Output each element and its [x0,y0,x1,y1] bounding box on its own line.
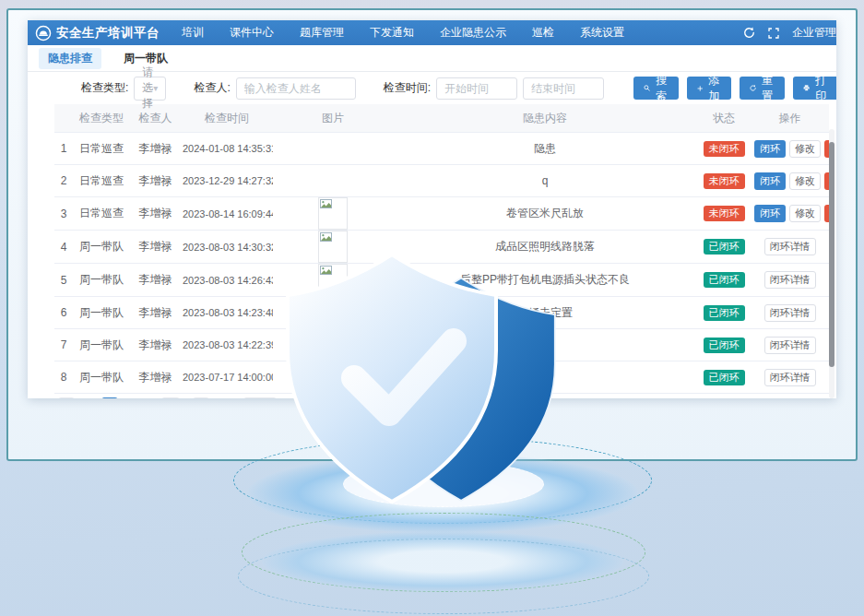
table-scrollbar[interactable] [829,129,834,398]
cell-actions: 闭环详情 [751,297,829,329]
table-row: 1日常巡查李增禄2024-01-08 14:35:31隐患未闭环闭环修改删除 [54,133,829,165]
reset-button[interactable]: 重置 [740,77,785,100]
nav-item-0[interactable]: 培训 [169,20,217,45]
page-size-select[interactable] [243,397,277,398]
table-header-row: 检查类型检查人检查时间图片隐患内容状态操作 [54,104,829,133]
check-type-select[interactable]: 请选择 ▾ [134,77,166,101]
edit-button[interactable]: 修改 [789,172,821,190]
cell-hazard-content: 隐患 [393,133,697,165]
tab-0[interactable]: 隐患排查 [39,48,101,69]
cell-actions: 闭环修改删除 [751,133,829,165]
cell-actions: 闭环详情 [751,264,829,297]
cell-check-type: 周一带队 [73,264,130,297]
cell-inspector: 李增禄 [130,231,181,264]
end-time-input[interactable] [523,77,604,100]
cell-check-type: 周一带队 [73,361,130,394]
cell-status: 未闭环 [697,133,751,165]
status-badge: 已闭环 [704,272,745,288]
cell-check-type: 日常巡查 [73,133,130,165]
cell-check-type: 周一带队 [73,297,130,329]
loop-detail-button[interactable]: 闭环详情 [764,337,816,354]
status-badge: 已闭环 [704,370,745,385]
loop-detail-button[interactable]: 闭环详情 [764,369,816,386]
cell-check-time: 2023-08-03 14:30:32 [181,231,273,264]
page-button[interactable] [193,397,209,398]
cell-actions: 闭环详情 [751,329,829,361]
nav-user-menu[interactable]: 企业管理 [792,25,836,41]
close-loop-button[interactable]: 闭环 [754,205,786,222]
cell-row-number: 7 [54,329,73,361]
scrollbar-thumb[interactable] [829,142,834,367]
status-badge: 未闭环 [704,206,745,221]
column-header-2: 检查人 [130,104,181,133]
cell-status: 未闭环 [697,165,751,197]
cell-actions: 闭环详情 [751,361,829,394]
close-loop-button[interactable]: 闭环 [754,140,786,158]
cell-row-number: 2 [54,165,73,197]
cell-check-type: 周一带队 [73,329,130,361]
cell-row-number: 6 [54,297,73,329]
cell-row-number: 3 [54,197,73,231]
cell-row-number: 4 [54,231,73,264]
column-header-3: 检查时间 [181,104,273,133]
loop-detail-button[interactable]: 闭环详情 [764,304,816,322]
nav-item-1[interactable]: 课件中心 [217,20,287,45]
page-prev-button[interactable] [58,397,75,398]
cell-check-time: 2023-08-14 16:09:44 [181,197,273,231]
page-background: 安全生产培训平台 培训课件中心题库管理下发通知企业隐患公示巡检系统设置 [0,0,864,616]
nav-item-2[interactable]: 题库管理 [287,20,357,45]
cell-row-number: 1 [54,133,73,165]
cell-inspector: 李增禄 [130,264,181,297]
loop-detail-button[interactable]: 闭环详情 [764,238,816,255]
platform-ring-bottom-dashed [238,539,649,614]
hazard-image-broken[interactable] [318,197,348,230]
nav-item-5[interactable]: 巡检 [519,20,567,45]
cell-image [273,133,393,165]
cell-check-type: 日常巡查 [73,165,130,197]
nav-item-3[interactable]: 下发通知 [357,20,427,45]
column-header-0 [54,104,73,133]
start-time-input[interactable] [436,77,517,100]
nav-menu: 培训课件中心题库管理下发通知企业隐患公示巡检系统设置 [169,20,637,45]
status-badge: 已闭环 [704,338,745,353]
cell-check-time: 2023-08-03 14:22:39 [181,329,273,361]
top-navbar: 安全生产培训平台 培训课件中心题库管理下发通知企业隐患公示巡检系统设置 [28,20,836,45]
cell-check-type: 日常巡查 [73,197,130,231]
cell-check-time: 2023-08-03 14:23:48 [181,297,273,329]
cell-image [273,165,393,197]
cell-actions: 闭环修改删除 [751,197,829,231]
cell-hazard-content: q [393,165,697,197]
refresh-icon[interactable] [743,27,755,39]
page-button[interactable] [161,397,180,398]
column-header-7: 操作 [751,104,829,133]
nav-right: 企业管理 [743,25,836,41]
column-header-4: 图片 [273,104,393,133]
inspector-input[interactable] [236,77,356,100]
edit-button[interactable]: 修改 [789,205,821,222]
search-button[interactable]: 搜索 [633,77,679,100]
add-button[interactable]: 添加 [687,77,731,100]
cell-inspector: 李增禄 [130,329,181,361]
brand[interactable]: 安全生产培训平台 [28,25,169,41]
status-badge: 已闭环 [704,239,745,255]
nav-item-4[interactable]: 企业隐患公示 [427,20,519,45]
cell-actions: 闭环详情 [751,231,829,264]
edit-button[interactable]: 修改 [789,140,821,158]
nav-item-6[interactable]: 系统设置 [567,20,637,45]
cell-check-time: 2023-07-17 14:00:00 [181,361,273,394]
status-badge: 未闭环 [704,141,745,157]
cell-row-number: 5 [54,264,73,297]
close-loop-button[interactable]: 闭环 [754,172,786,190]
check-type-label: 检查类型: [81,80,128,96]
cell-hazard-content: 卷管区米尺乱放 [393,197,697,231]
fullscreen-icon[interactable] [768,28,779,39]
cell-actions: 闭环修改删除 [751,165,829,197]
page-button-1[interactable]: 1 [101,397,118,398]
filter-bar: 检查类型: 请选择 ▾ 检查人: 检查时间: 搜索 添加 [28,72,836,104]
cell-check-time: 2023-08-03 14:26:43 [181,264,273,297]
cell-status: 已闭环 [697,297,751,329]
cell-status: 已闭环 [697,264,751,297]
shield-check-graphic [273,251,581,515]
loop-detail-button[interactable]: 闭环详情 [764,271,816,289]
print-button[interactable]: 打印 [793,77,836,100]
